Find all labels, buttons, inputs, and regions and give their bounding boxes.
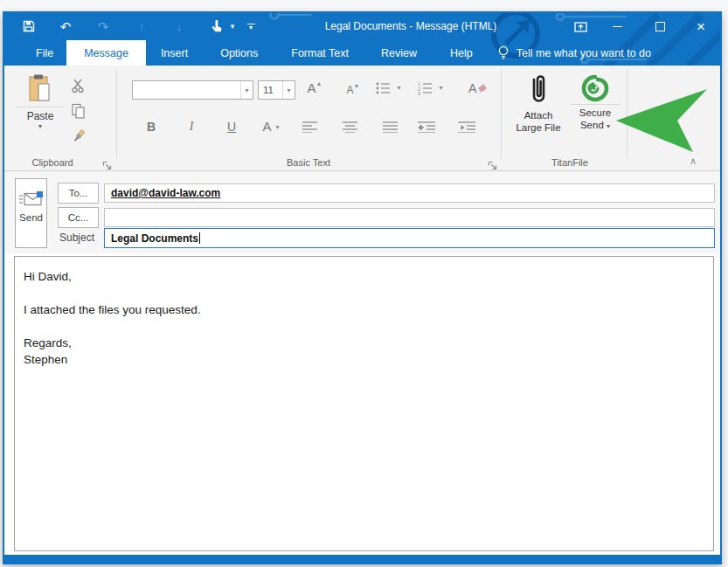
- move-down-icon[interactable]: ↓: [170, 13, 188, 40]
- cc-field[interactable]: [104, 208, 715, 227]
- group-separator: [501, 69, 502, 159]
- font-color-dropdown-icon[interactable]: ▾: [276, 123, 280, 131]
- decrease-indent-button[interactable]: [413, 115, 440, 138]
- secure-send-dropdown-icon[interactable]: ▾: [607, 122, 610, 130]
- font-size-combobox[interactable]: 11 ▾: [258, 80, 295, 100]
- tell-me-label: Tell me what you want to do: [517, 47, 651, 59]
- align-left-button[interactable]: [298, 115, 321, 138]
- font-size-value: 11: [259, 85, 274, 95]
- undo-icon[interactable]: ↶: [57, 13, 74, 40]
- basic-text-dialog-launcher-icon[interactable]: [488, 158, 498, 169]
- cut-button[interactable]: [71, 78, 87, 93]
- group-separator: [116, 69, 117, 159]
- send-envelope-icon: [19, 191, 43, 207]
- bold-button[interactable]: B: [140, 115, 163, 138]
- customize-qat-icon[interactable]: ▾: [242, 13, 260, 40]
- body-line: I attached the files you requested.: [24, 301, 704, 318]
- increase-indent-button[interactable]: [454, 115, 480, 138]
- align-right-button[interactable]: [378, 115, 401, 138]
- attach-label-line1: Attach: [510, 109, 567, 121]
- group-label-clipboard: Clipboard: [17, 157, 88, 169]
- cc-button[interactable]: Cc...: [58, 207, 99, 228]
- ribbon: Paste ▾ Clipboard ▾ 11 ▾ A▲ A▼: [4, 66, 720, 171]
- group-label-titanfile: TitanFile: [522, 157, 618, 169]
- collapse-ribbon-icon[interactable]: ∧: [690, 156, 697, 167]
- numbering-button[interactable]: 123 ▾: [418, 80, 442, 95]
- message-body-editor[interactable]: Hi David, I attached the files you reque…: [14, 256, 714, 551]
- clipboard-dialog-launcher-icon[interactable]: [102, 158, 113, 169]
- move-up-icon[interactable]: ↑: [133, 13, 150, 40]
- maximize-button[interactable]: [648, 13, 671, 40]
- underline-button[interactable]: U: [220, 115, 243, 138]
- body-line: Stephen: [24, 351, 704, 368]
- titanfile-logo-icon: [581, 74, 609, 102]
- tab-options[interactable]: Options: [209, 40, 269, 66]
- clear-formatting-button[interactable]: A: [465, 78, 489, 99]
- send-button[interactable]: Send: [15, 178, 47, 248]
- compose-header: Send To... david@david-law.com Cc... Sub…: [4, 171, 720, 253]
- secure-send-button[interactable]: Secure Send ▾: [571, 71, 620, 133]
- to-recipient[interactable]: david@david-law.com: [111, 187, 220, 199]
- send-label: Send: [16, 212, 46, 223]
- tab-message[interactable]: Message: [66, 40, 146, 66]
- subject-label: Subject: [59, 232, 94, 244]
- tell-me-box[interactable]: Tell me what you want to do: [498, 40, 651, 66]
- attach-large-file-button[interactable]: Attach Large File: [510, 71, 567, 134]
- tab-format-text[interactable]: Format Text: [280, 40, 360, 66]
- body-line: [24, 318, 704, 335]
- copy-button[interactable]: [71, 103, 87, 119]
- green-annotation-arrow: [616, 89, 709, 152]
- align-right-icon: [383, 121, 398, 133]
- align-left-icon: [302, 121, 317, 133]
- minimize-button[interactable]: [606, 13, 628, 40]
- body-line: Regards,: [24, 335, 704, 351]
- font-color-button[interactable]: A ▾: [255, 115, 287, 138]
- redo-icon[interactable]: ↷: [94, 13, 112, 40]
- tab-help[interactable]: Help: [439, 40, 484, 66]
- eraser-icon: [478, 84, 487, 93]
- font-name-dropdown-icon[interactable]: ▾: [240, 81, 253, 99]
- text-cursor: [199, 232, 200, 244]
- bullets-button[interactable]: ▾: [376, 80, 400, 95]
- ribbon-display-options-icon[interactable]: [569, 13, 592, 40]
- lightbulb-icon: [498, 45, 509, 60]
- secure-send-label-line1: Secure: [571, 104, 620, 119]
- ribbon-tab-row: File Message Insert Options Format Text …: [4, 40, 720, 66]
- window-bottom-bar: [4, 555, 720, 563]
- italic-button[interactable]: I: [180, 115, 203, 138]
- numbering-dropdown-icon[interactable]: ▾: [439, 84, 442, 92]
- paste-button[interactable]: Paste ▾: [16, 71, 65, 130]
- paste-dropdown-icon: ▾: [16, 122, 65, 130]
- format-painter-button[interactable]: [71, 128, 87, 144]
- grow-font-button[interactable]: A▲: [303, 78, 326, 99]
- tab-insert[interactable]: Insert: [149, 40, 199, 66]
- body-line: [24, 285, 704, 301]
- message-body-area: Hi David, I attached the files you reque…: [4, 253, 720, 555]
- secure-send-label-line2: Send: [580, 120, 604, 130]
- bullets-dropdown-icon[interactable]: ▾: [397, 84, 400, 92]
- touch-mouse-mode-icon[interactable]: [207, 13, 225, 40]
- save-icon[interactable]: [20, 13, 38, 40]
- subject-field[interactable]: Legal Documents: [104, 228, 715, 248]
- tab-review[interactable]: Review: [370, 40, 428, 66]
- bullets-icon: [376, 81, 391, 95]
- align-center-button[interactable]: [338, 115, 361, 138]
- to-field[interactable]: david@david-law.com: [104, 183, 715, 203]
- shrink-font-button[interactable]: A▼: [342, 80, 364, 100]
- svg-text:3: 3: [418, 91, 420, 95]
- touch-mode-dropdown-icon[interactable]: ▾: [224, 13, 241, 40]
- decrease-indent-icon: [418, 121, 435, 133]
- to-button[interactable]: To...: [58, 183, 99, 204]
- body-line: Hi David,: [24, 268, 704, 285]
- font-name-combobox[interactable]: ▾: [132, 80, 253, 100]
- window-title: Legal Documents - Message (HTML): [267, 13, 555, 40]
- message-window: ↶ ↷ ↑ ↓ ▾ ▾ Legal Documents - Message (H…: [3, 11, 722, 564]
- group-label-basic-text: Basic Text: [132, 157, 485, 169]
- tab-file[interactable]: File: [24, 40, 65, 66]
- increase-indent-icon: [458, 121, 475, 133]
- align-center-icon: [343, 121, 357, 133]
- close-button[interactable]: ×: [690, 13, 712, 40]
- titlebar: ↶ ↷ ↑ ↓ ▾ ▾ Legal Documents - Message (H…: [4, 13, 720, 40]
- numbering-icon: 123: [418, 81, 433, 95]
- font-size-dropdown-icon[interactable]: ▾: [282, 81, 295, 99]
